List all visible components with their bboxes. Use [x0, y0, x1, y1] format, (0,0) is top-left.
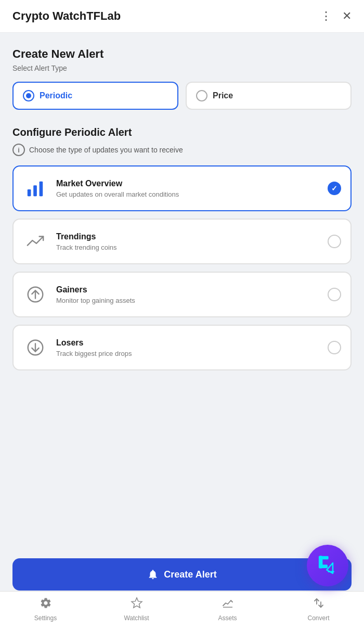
watchlist-icon — [131, 597, 143, 612]
nav-settings[interactable]: Settings — [0, 597, 91, 622]
trendings-text: Trendings Track trending coins — [56, 232, 319, 251]
market-overview-text: Market Overview Get updates on overall m… — [56, 179, 319, 198]
alert-type-row: Periodic Price — [12, 82, 352, 110]
market-overview-checkbox: ✓ — [328, 182, 341, 195]
gainers-checkbox — [328, 288, 341, 301]
watchlist-label: Watchlist — [124, 614, 149, 622]
trendings-checkbox — [328, 235, 341, 248]
app-logo-icon — [315, 553, 341, 579]
trendings-desc: Track trending coins — [56, 243, 319, 251]
bottom-nav: Settings Watchlist Assets Convert — [0, 591, 364, 628]
configure-info: i Choose the type of updates you want to… — [12, 144, 352, 156]
nav-assets[interactable]: Assets — [182, 597, 273, 622]
svg-rect-7 — [319, 565, 328, 568]
svg-rect-0 — [28, 189, 31, 196]
gainers-desc: Monitor top gaining assets — [56, 297, 319, 304]
configure-title: Configure Periodic Alert — [12, 126, 352, 138]
alert-type-periodic[interactable]: Periodic — [12, 82, 178, 110]
convert-label: Convert — [307, 614, 329, 622]
assets-label: Assets — [218, 614, 237, 622]
alert-type-price[interactable]: Price — [186, 82, 352, 110]
more-icon[interactable]: ⋮ — [320, 10, 332, 22]
alert-options-list: Market Overview Get updates on overall m… — [12, 165, 352, 370]
create-alert-button[interactable]: Create Alert — [12, 558, 352, 591]
option-trendings[interactable]: Trendings Track trending coins — [12, 219, 352, 264]
info-icon: i — [12, 144, 25, 156]
losers-icon — [23, 335, 48, 360]
periodic-radio-fill — [26, 93, 31, 98]
periodic-radio — [23, 90, 34, 101]
losers-desc: Track biggest price drops — [56, 350, 319, 357]
trendings-name: Trendings — [56, 232, 319, 241]
price-label: Price — [213, 91, 233, 100]
option-market-overview[interactable]: Market Overview Get updates on overall m… — [12, 165, 352, 211]
nav-convert[interactable]: Convert — [273, 597, 364, 622]
main-content: Create New Alert Select Alert Type Perio… — [0, 33, 364, 433]
assets-icon — [222, 597, 234, 612]
alert-type-subtitle: Select Alert Type — [12, 64, 352, 72]
svg-rect-2 — [40, 182, 43, 197]
periodic-label: Periodic — [40, 91, 72, 100]
settings-icon — [40, 597, 52, 612]
svg-rect-6 — [319, 556, 328, 560]
convert-icon — [313, 597, 325, 612]
losers-checkbox — [328, 341, 341, 354]
create-alert-label: Create Alert — [164, 569, 216, 580]
trendings-icon — [23, 229, 48, 254]
app-header: Crypto WatchTFLab ⋮ ✕ — [0, 0, 364, 33]
check-mark: ✓ — [331, 184, 337, 193]
app-title: Crypto WatchTFLab — [12, 9, 121, 23]
header-actions: ⋮ ✕ — [320, 10, 352, 22]
option-losers[interactable]: Losers Track biggest price drops — [12, 325, 352, 370]
page-title: Create New Alert — [12, 47, 352, 61]
gainers-icon — [23, 282, 48, 307]
gainers-name: Gainers — [56, 285, 319, 294]
create-alert-section: Create New Alert Select Alert Type Perio… — [12, 47, 352, 110]
price-radio — [196, 90, 207, 101]
configure-info-text: Choose the type of updates you want to r… — [29, 146, 183, 154]
nav-watchlist[interactable]: Watchlist — [91, 597, 182, 622]
settings-label: Settings — [34, 614, 57, 622]
market-overview-desc: Get updates on overall market conditions — [56, 190, 319, 198]
floating-logo[interactable] — [307, 545, 348, 586]
market-overview-name: Market Overview — [56, 179, 319, 188]
option-gainers[interactable]: Gainers Monitor top gaining assets — [12, 272, 352, 317]
losers-name: Losers — [56, 338, 319, 348]
bell-icon — [147, 569, 159, 580]
market-overview-icon — [23, 176, 48, 201]
gainers-text: Gainers Monitor top gaining assets — [56, 285, 319, 304]
configure-section: Configure Periodic Alert i Choose the ty… — [12, 126, 352, 370]
losers-text: Losers Track biggest price drops — [56, 338, 319, 357]
svg-rect-1 — [33, 185, 37, 196]
close-icon[interactable]: ✕ — [342, 10, 352, 22]
